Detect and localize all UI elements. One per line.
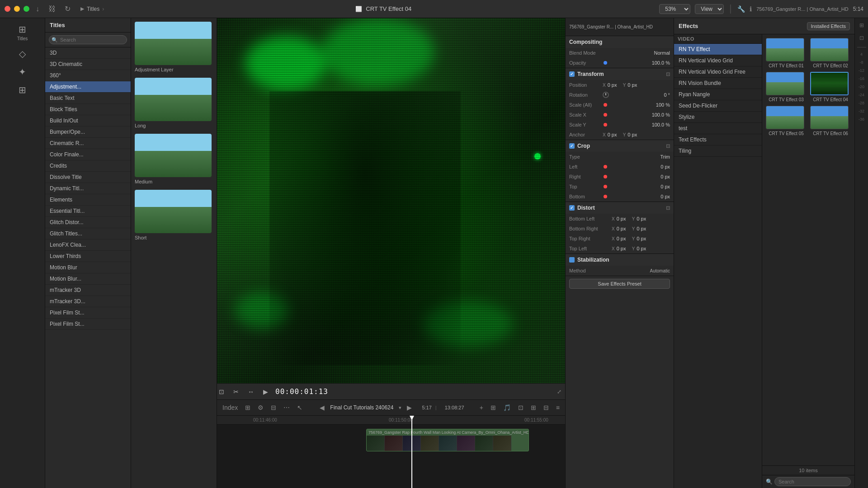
opacity-slider[interactable] (604, 61, 607, 65)
scale-y-value[interactable]: 100.0 % (610, 122, 670, 127)
effects-item-tiling[interactable]: Tiling (674, 145, 762, 157)
crop-left-value[interactable]: 0 px (610, 164, 670, 169)
scale-all-slider[interactable] (604, 103, 607, 107)
refresh-icon[interactable]: ↻ (62, 4, 73, 14)
effects-item-seed[interactable]: Seed De-Flicker (674, 100, 762, 112)
compositing-header[interactable]: Compositing (566, 36, 674, 48)
crop-expand-icon[interactable]: ⊡ (666, 143, 670, 149)
opacity-value[interactable]: 100.0 % (610, 60, 670, 66)
bl-x-value[interactable]: 0 px (617, 216, 630, 221)
titles-item-lenofx[interactable]: LenoFX Clea... (45, 239, 131, 251)
crop-top-value[interactable]: 0 px (610, 184, 670, 189)
close-button[interactable] (5, 6, 10, 12)
crop-check[interactable]: ✓ (569, 143, 575, 149)
effects-item-rn-vertical[interactable]: RN Vertical Video Grid (674, 55, 762, 66)
cursor-tool-icon[interactable]: ↖ (295, 403, 304, 412)
crop-right-value[interactable]: 0 px (610, 174, 670, 179)
tr-x-value[interactable]: 0 px (617, 236, 630, 241)
scale-x-slider[interactable] (604, 113, 607, 117)
position-tool-icon[interactable]: ↔ (246, 386, 256, 397)
scale-x-value[interactable]: 100.0 % (610, 112, 670, 117)
timeline-more-icon[interactable]: ⋯ (282, 403, 292, 412)
crop-right-slider[interactable] (604, 175, 607, 178)
effects-item-rn-vertical-free[interactable]: RN Vertical Video Grid Free (674, 66, 762, 78)
titles-item-glitch-dist[interactable]: Glitch Distor... (45, 217, 131, 228)
transform-expand-icon[interactable]: ⊡ (666, 71, 670, 77)
thumb-short[interactable] (135, 190, 212, 233)
effect-thumb-04[interactable]: CRT TV Effect 04 (810, 72, 851, 102)
titles-item-motion-blur2[interactable]: Motion Blur... (45, 273, 131, 285)
method-value[interactable]: Automatic (603, 268, 670, 273)
timeline-settings-icon[interactable]: ⚙ (256, 403, 265, 412)
anchor-y-value[interactable]: 0 px (627, 132, 641, 137)
distort-check[interactable]: ✓ (569, 205, 575, 211)
titles-item-color-finale[interactable]: Color Finale... (45, 149, 131, 160)
titles-item-bumper[interactable]: Bumper/Ope... (45, 127, 131, 138)
titles-item-cinematic-r[interactable]: Cinematic R... (45, 138, 131, 149)
thumb-medium[interactable] (135, 134, 212, 177)
tr-y-value[interactable]: 0 px (637, 236, 650, 241)
crop-bottom-slider[interactable] (604, 195, 607, 198)
stabilization-header[interactable]: Stabilization (566, 254, 674, 266)
titles-item-dynamic[interactable]: Dynamic Titl... (45, 183, 131, 194)
effects-item-ryan[interactable]: Ryan Nangle (674, 89, 762, 100)
installed-effects-dropdown[interactable]: Installed Effects (807, 22, 850, 30)
distort-header[interactable]: ✓ Distort ⊡ (566, 202, 674, 214)
titles-search-input[interactable] (49, 35, 127, 44)
transform-check[interactable]: ✓ (569, 71, 575, 77)
view-select[interactable]: View (695, 4, 724, 14)
effect-thumb-05[interactable]: CRT TV Effect 05 (766, 106, 807, 136)
tl-btn5[interactable]: ⊞ (529, 403, 538, 412)
tl-x-value[interactable]: 0 px (617, 246, 630, 251)
timeline-clip-icon[interactable]: ⊞ (243, 403, 252, 412)
playhead[interactable] (411, 416, 412, 488)
sidebar-item-generators[interactable]: ✦ (0, 63, 45, 81)
titles-item-build-in-out[interactable]: Build In/Out (45, 115, 131, 127)
scale-all-value[interactable]: 100 % (610, 102, 670, 108)
blend-mode-value[interactable]: Normal (603, 50, 670, 56)
prev-clip-icon[interactable]: ◀ (318, 403, 326, 412)
tl-btn4[interactable]: ⊡ (516, 403, 525, 412)
titles-item-lower-thirds[interactable]: Lower Thirds (45, 251, 131, 262)
pos-y-value[interactable]: 0 px (627, 82, 641, 88)
sidebar-item-transitions[interactable]: ◇ (0, 45, 45, 63)
distort-expand-icon[interactable]: ⊡ (666, 205, 670, 211)
timeline-clip[interactable]: 756769_Gangster Rap Fourth Wall Man Look… (366, 429, 529, 451)
effect-thumb-02[interactable]: CRT TV Effect 02 (810, 38, 851, 68)
expand-preview-icon[interactable]: ⤢ (557, 389, 561, 395)
effects-search-input[interactable] (774, 477, 851, 486)
crop-tool-icon[interactable]: ⊡ (217, 386, 226, 397)
pos-x-value[interactable]: 0 px (608, 82, 621, 88)
trim-tool-icon[interactable]: ✂ (231, 386, 241, 397)
titles-item-motion-blur[interactable]: Motion Blur (45, 262, 131, 273)
tl-btn2[interactable]: ⊞ (489, 403, 498, 412)
titles-item-360[interactable]: 360° (45, 70, 131, 81)
tl-btn6[interactable]: ⊟ (542, 403, 551, 412)
titles-item-basic-text[interactable]: Basic Text (45, 93, 131, 104)
chain-icon[interactable]: ⛓ (46, 4, 58, 14)
effects-item-rn-vision[interactable]: RN Vision Bundle (674, 78, 762, 89)
br-x-value[interactable]: 0 px (617, 226, 630, 231)
titles-item-dissolve-title[interactable]: Dissolve Title (45, 172, 131, 183)
titles-item-elements[interactable]: Elements (45, 194, 131, 206)
effect-thumb-06[interactable]: CRT TV Effect 06 (810, 106, 851, 136)
effects-item-stylize[interactable]: Stylize (674, 112, 762, 123)
effects-item-test[interactable]: test (674, 123, 762, 134)
sidebar-item-browser[interactable]: ⊞ (0, 81, 45, 99)
effect-thumb-03[interactable]: CRT TV Effect 03 (766, 72, 807, 102)
effect-thumb-01[interactable]: CRT TV Effect 01 (766, 38, 807, 68)
thumb-adjustment[interactable] (135, 22, 212, 65)
zoom-select[interactable]: 53% 100% 50% (659, 4, 690, 14)
titles-item-pixel-film2[interactable]: Pixel Film St... (45, 319, 131, 330)
crop-header[interactable]: ✓ Crop ⊡ (566, 140, 674, 152)
sidebar-item-titles[interactable]: ⊞ Titles (0, 20, 45, 45)
inspector-toggle[interactable]: 🔧 (737, 5, 745, 13)
titles-item-adjustment[interactable]: Adjustment... (45, 81, 131, 93)
titles-item-pixel-film[interactable]: Pixel Film St... (45, 307, 131, 319)
rotation-value[interactable]: 0 ° (611, 92, 670, 98)
minimize-button[interactable] (14, 6, 20, 12)
tl-btn7[interactable]: ≡ (554, 403, 561, 412)
download-icon[interactable]: ↓ (33, 4, 42, 14)
crop-top-slider[interactable] (604, 185, 607, 188)
titles-item-credits[interactable]: Credits (45, 160, 131, 172)
